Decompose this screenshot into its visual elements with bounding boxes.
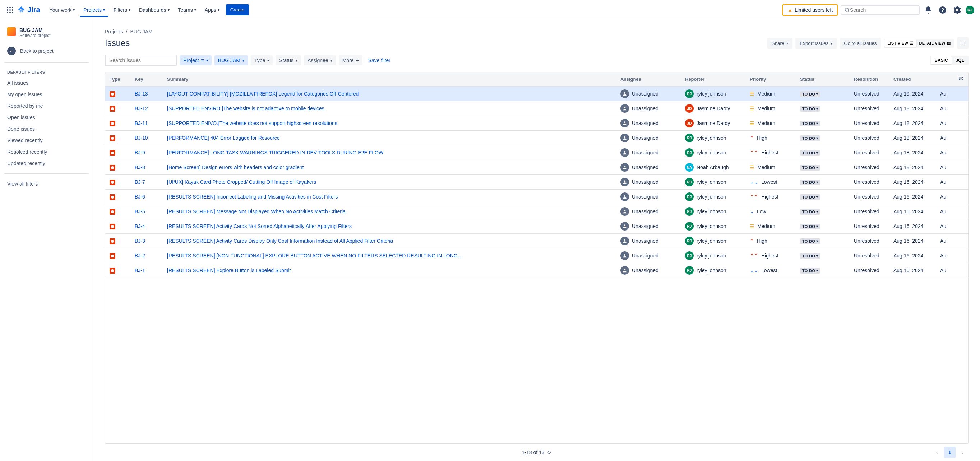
reporter-cell[interactable]: RJryley johnson bbox=[685, 192, 741, 201]
assignee-cell[interactable]: Unassigned bbox=[620, 119, 676, 127]
breadcrumb-projects[interactable]: Projects bbox=[105, 29, 123, 35]
more-actions-icon[interactable]: ⋯ bbox=[957, 37, 969, 49]
sidebar-filter-all-issues[interactable]: All issues bbox=[4, 77, 89, 89]
issue-summary[interactable]: [Home Screen] Design errors with headers… bbox=[167, 164, 304, 170]
sidebar-filter-updated-recently[interactable]: Updated recently bbox=[4, 157, 89, 169]
status-filter[interactable]: Status ▾ bbox=[275, 55, 301, 65]
table-row[interactable]: BJ-3 [RESULTS SCREEN] Activity Cards Dis… bbox=[105, 234, 968, 248]
issue-summary[interactable]: [UI/UX] Kayak Card Photo Cropped/ Cuttin… bbox=[167, 179, 316, 185]
issue-summary[interactable]: [RESULTS SCREEN] Message Not Displayed W… bbox=[167, 208, 345, 215]
project-filter-value[interactable]: BUG JAM ▾ bbox=[215, 55, 248, 65]
issue-summary[interactable]: [PERFORMANCE] 404 Error Logged for Resou… bbox=[167, 135, 280, 141]
app-switcher-icon[interactable] bbox=[6, 6, 14, 14]
prev-page-icon[interactable]: ‹ bbox=[931, 447, 943, 458]
sidebar-filter-resolved-recently[interactable]: Resolved recently bbox=[4, 146, 89, 157]
reporter-cell[interactable]: RJryley johnson bbox=[685, 178, 741, 186]
nav-item-filters[interactable]: Filters▾ bbox=[110, 4, 134, 16]
share-button[interactable]: Share▾ bbox=[767, 38, 793, 49]
back-to-project[interactable]: ← Back to project bbox=[4, 44, 89, 58]
issue-summary[interactable]: [RESULTS SCREEN] Activity Cards Not Sort… bbox=[167, 223, 352, 229]
priority-cell[interactable]: ☰Medium bbox=[750, 120, 791, 126]
issue-summary[interactable]: [RESULTS SCREEN] [NON FUNCTIONAL] EXPLOR… bbox=[167, 253, 461, 259]
export-button[interactable]: Export issues▾ bbox=[795, 38, 837, 49]
column-settings-icon[interactable] bbox=[954, 72, 968, 86]
basic-toggle[interactable]: BASIC bbox=[931, 56, 951, 64]
status-badge[interactable]: TO DO ▾ bbox=[800, 209, 820, 215]
assignee-cell[interactable]: Unassigned bbox=[620, 178, 676, 186]
assignee-cell[interactable]: Unassigned bbox=[620, 237, 676, 245]
project-filter[interactable]: Project = ▾ bbox=[180, 55, 212, 65]
issue-key[interactable]: BJ-5 bbox=[135, 208, 145, 215]
assignee-cell[interactable]: Unassigned bbox=[620, 148, 676, 157]
priority-cell[interactable]: ☰Medium bbox=[750, 164, 791, 170]
column-header-updated[interactable] bbox=[936, 72, 954, 86]
sidebar-filter-my-open-issues[interactable]: My open issues bbox=[4, 89, 89, 100]
jql-toggle[interactable]: JQL bbox=[952, 56, 968, 64]
assignee-cell[interactable]: Unassigned bbox=[620, 192, 676, 201]
assignee-cell[interactable]: Unassigned bbox=[620, 89, 676, 98]
reporter-cell[interactable]: RJryley johnson bbox=[685, 222, 741, 230]
reporter-cell[interactable]: RJryley johnson bbox=[685, 148, 741, 157]
go-to-all-issues-button[interactable]: Go to all issues bbox=[840, 38, 881, 49]
assignee-cell[interactable]: Unassigned bbox=[620, 104, 676, 113]
priority-cell[interactable]: ⌃⌃Highest bbox=[750, 253, 791, 259]
reporter-cell[interactable]: RJryley johnson bbox=[685, 237, 741, 245]
nav-item-teams[interactable]: Teams▾ bbox=[175, 4, 200, 16]
create-button[interactable]: Create bbox=[226, 4, 249, 16]
status-badge[interactable]: TO DO ▾ bbox=[800, 238, 820, 244]
table-row[interactable]: BJ-10 [PERFORMANCE] 404 Error Logged for… bbox=[105, 131, 968, 145]
priority-cell[interactable]: ⌃⌃Highest bbox=[750, 194, 791, 200]
limited-users-banner[interactable]: ▲ Limited users left bbox=[783, 4, 838, 16]
type-filter[interactable]: Type ▾ bbox=[251, 55, 273, 65]
priority-cell[interactable]: ⌄Low bbox=[750, 208, 791, 215]
issue-summary[interactable]: [SUPPORTED ENIVO.]The website does not s… bbox=[167, 120, 339, 126]
table-row[interactable]: BJ-6 [RESULTS SCREEN] Incorrect Labeling… bbox=[105, 189, 968, 204]
sidebar-filter-reported-by-me[interactable]: Reported by me bbox=[4, 100, 89, 112]
notifications-icon[interactable] bbox=[923, 4, 934, 16]
priority-cell[interactable]: ⌃⌃Highest bbox=[750, 150, 791, 156]
status-badge[interactable]: TO DO ▾ bbox=[800, 91, 820, 97]
assignee-cell[interactable]: Unassigned bbox=[620, 163, 676, 172]
reporter-cell[interactable]: JDJasmine Dardy bbox=[685, 119, 741, 127]
table-row[interactable]: BJ-13 [LAYOUT COMPATIBILITY] [MOZILLA FI… bbox=[105, 86, 968, 101]
priority-cell[interactable]: ☰Medium bbox=[750, 223, 791, 229]
assignee-cell[interactable]: Unassigned bbox=[620, 266, 676, 275]
issue-key[interactable]: BJ-3 bbox=[135, 238, 145, 244]
issue-summary[interactable]: [RESULTS SCREEN] Incorrect Labeling and … bbox=[167, 194, 338, 200]
priority-cell[interactable]: ⌃High bbox=[750, 238, 791, 244]
page-number[interactable]: 1 bbox=[944, 447, 956, 458]
save-filter-link[interactable]: Save filter bbox=[368, 57, 390, 63]
table-row[interactable]: BJ-8 [Home Screen] Design errors with he… bbox=[105, 160, 968, 175]
issue-summary[interactable]: [PERFORMANCE] LONG TASK WARNINGS TRIGGER… bbox=[167, 150, 383, 156]
global-search[interactable] bbox=[841, 5, 920, 15]
table-row[interactable]: BJ-2 [RESULTS SCREEN] [NON FUNCTIONAL] E… bbox=[105, 248, 968, 263]
column-header-status[interactable]: Status bbox=[796, 72, 850, 86]
status-badge[interactable]: TO DO ▾ bbox=[800, 194, 820, 200]
column-header-assignee[interactable]: Assignee bbox=[616, 72, 681, 86]
list-view-toggle[interactable]: LIST VIEW ☰ bbox=[885, 40, 916, 47]
issue-summary[interactable]: [RESULTS SCREEN] Activity Cards Display … bbox=[167, 238, 393, 244]
sidebar-filter-done-issues[interactable]: Done issues bbox=[4, 123, 89, 135]
column-header-summary[interactable]: Summary bbox=[163, 72, 616, 86]
status-badge[interactable]: TO DO ▾ bbox=[800, 121, 820, 126]
priority-cell[interactable]: ⌄⌄Lowest bbox=[750, 179, 791, 185]
status-badge[interactable]: TO DO ▾ bbox=[800, 180, 820, 185]
column-header-reporter[interactable]: Reporter bbox=[681, 72, 745, 86]
status-badge[interactable]: TO DO ▾ bbox=[800, 135, 820, 141]
status-badge[interactable]: TO DO ▾ bbox=[800, 224, 820, 229]
issue-key[interactable]: BJ-10 bbox=[135, 135, 148, 141]
table-row[interactable]: BJ-9 [PERFORMANCE] LONG TASK WARNINGS TR… bbox=[105, 145, 968, 160]
issue-key[interactable]: BJ-12 bbox=[135, 106, 148, 111]
issue-summary[interactable]: [LAYOUT COMPATIBILITY] [MOZILLA FIREFOX]… bbox=[167, 91, 358, 97]
status-badge[interactable]: TO DO ▾ bbox=[800, 150, 820, 156]
issue-key[interactable]: BJ-6 bbox=[135, 194, 145, 200]
user-avatar[interactable]: RJ bbox=[966, 6, 974, 14]
issue-key[interactable]: BJ-11 bbox=[135, 120, 148, 126]
sidebar-filter-open-issues[interactable]: Open issues bbox=[4, 112, 89, 123]
reporter-cell[interactable]: RJryley johnson bbox=[685, 207, 741, 216]
issue-key[interactable]: BJ-2 bbox=[135, 253, 145, 259]
detail-view-toggle[interactable]: DETAIL VIEW ▤ bbox=[916, 40, 954, 47]
settings-icon[interactable] bbox=[951, 4, 963, 16]
issue-key[interactable]: BJ-8 bbox=[135, 164, 145, 170]
refresh-icon[interactable]: ⟳ bbox=[547, 450, 552, 455]
